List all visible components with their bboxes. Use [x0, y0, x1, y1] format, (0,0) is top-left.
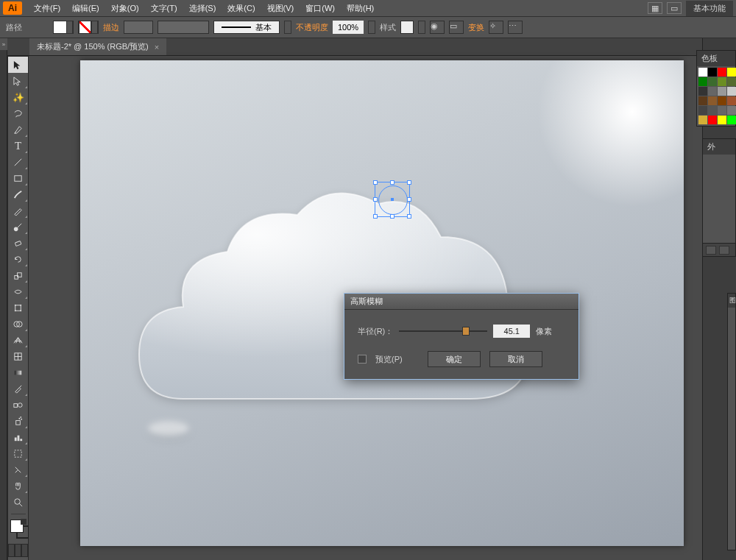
scale-tool[interactable] [8, 267, 28, 283]
swatch-color[interactable] [718, 116, 726, 124]
pencil-tool[interactable] [8, 202, 28, 219]
paintbrush-tool[interactable] [8, 186, 28, 202]
opacity-dd[interactable] [368, 21, 375, 34]
align-icon[interactable]: ▭ [449, 21, 464, 34]
stroke-weight-input[interactable] [124, 21, 153, 34]
expand-panels-icon[interactable]: » [0, 38, 7, 50]
fill-stroke-indicator[interactable] [8, 517, 28, 542]
draw-modes[interactable] [8, 542, 28, 559]
swatch-color[interactable] [727, 87, 736, 96]
menu-type[interactable]: 文字(T) [145, 1, 183, 15]
layers-panel[interactable]: 图 [727, 293, 736, 550]
blend-tool[interactable] [8, 397, 28, 413]
pen-tool[interactable] [8, 121, 28, 138]
eraser-tool[interactable] [8, 235, 28, 251]
swatches-panel-tab[interactable]: 色板 [697, 51, 735, 66]
direct-selection-tool[interactable] [8, 73, 28, 89]
lasso-tool[interactable] [8, 105, 28, 121]
resize-handle-s[interactable] [390, 214, 394, 219]
perspective-grid-tool[interactable] [8, 332, 28, 348]
opacity-input[interactable]: 100% [333, 21, 364, 34]
column-graph-tool[interactable] [8, 429, 28, 445]
menu-help[interactable]: 帮助(H) [341, 1, 380, 15]
fill-swatch[interactable] [53, 21, 74, 34]
screen-mode-icon[interactable]: ▭ [667, 2, 682, 14]
arrange-documents-icon[interactable]: ▦ [648, 2, 662, 14]
graphic-style-swatch[interactable] [400, 21, 414, 34]
swatch-color[interactable] [708, 77, 717, 86]
eyedropper-tool[interactable] [8, 380, 28, 397]
rotate-tool[interactable] [8, 251, 28, 267]
brush-definition-dd[interactable] [284, 21, 291, 34]
swatch-color[interactable] [718, 77, 726, 86]
transform-label[interactable]: 变换 [468, 22, 484, 33]
resize-handle-e[interactable] [407, 197, 411, 202]
style-dd[interactable] [418, 21, 425, 34]
type-tool[interactable]: T [8, 138, 28, 154]
artboard-tool[interactable] [8, 445, 28, 461]
width-tool[interactable] [8, 283, 28, 300]
document-tab[interactable]: 未标题-2* @ 150% (RGB/预览) × [29, 38, 166, 55]
swatch-color[interactable] [727, 106, 736, 115]
swatch-color[interactable] [708, 116, 717, 124]
menu-object[interactable]: 对象(O) [105, 1, 145, 15]
dialog-titlebar[interactable]: 高斯模糊 [344, 294, 578, 310]
swatch-color[interactable] [718, 96, 726, 105]
cancel-button[interactable]: 取消 [489, 351, 542, 367]
swatch-color[interactable] [708, 106, 717, 115]
layers-panel-tab[interactable]: 图 [728, 294, 735, 308]
swatch-color[interactable] [708, 68, 717, 77]
swatch-color[interactable] [727, 77, 736, 86]
free-transform-tool[interactable] [8, 300, 28, 316]
resize-handle-w[interactable] [373, 197, 378, 202]
appearance-panel[interactable]: 外 [702, 138, 736, 257]
swatch-color[interactable] [698, 116, 707, 124]
swatch-color[interactable] [698, 68, 707, 77]
gradient-tool[interactable] [8, 364, 28, 380]
trash-icon[interactable] [719, 246, 729, 255]
selection-bounding-box[interactable] [375, 182, 410, 217]
variable-width-profile[interactable] [158, 21, 209, 34]
swatch-color[interactable] [708, 96, 717, 105]
mesh-tool[interactable] [8, 348, 28, 364]
new-fill-icon[interactable] [706, 246, 716, 255]
isolate-icon[interactable]: ✧ [489, 21, 503, 34]
resize-handle-nw[interactable] [373, 180, 378, 185]
stroke-swatch[interactable] [78, 21, 99, 34]
swatch-color[interactable] [727, 96, 736, 105]
brush-definition[interactable]: 基本 [213, 21, 280, 34]
symbol-sprayer-tool[interactable] [8, 413, 28, 429]
resize-handle-n[interactable] [390, 180, 394, 185]
preview-checkbox[interactable] [358, 355, 367, 364]
swatch-color[interactable] [698, 106, 707, 115]
swatch-color[interactable] [718, 87, 726, 96]
swatch-color[interactable] [718, 68, 726, 77]
slider-thumb[interactable] [462, 327, 470, 336]
swatch-color[interactable] [718, 106, 726, 115]
swatch-color[interactable] [698, 96, 707, 105]
more-options-icon[interactable]: ⋯ [508, 21, 523, 34]
shape-builder-tool[interactable] [8, 316, 28, 332]
swatch-color[interactable] [727, 116, 736, 124]
ok-button[interactable]: 确定 [428, 351, 481, 367]
selection-tool[interactable] [8, 57, 28, 73]
swatch-color[interactable] [698, 77, 707, 86]
radius-slider[interactable] [399, 327, 487, 336]
magic-wand-tool[interactable]: ✨ [8, 89, 28, 105]
opacity-label[interactable]: 不透明度 [296, 22, 328, 33]
workspace-switcher[interactable]: 基本功能 [686, 1, 733, 16]
resize-handle-se[interactable] [407, 214, 411, 219]
swatches-panel[interactable]: 色板 [696, 50, 736, 127]
menu-edit[interactable]: 编辑(E) [66, 1, 105, 15]
menu-select[interactable]: 选择(S) [183, 1, 222, 15]
close-tab-icon[interactable]: × [155, 43, 159, 52]
line-segment-tool[interactable] [8, 154, 28, 170]
stroke-label[interactable]: 描边 [103, 22, 119, 33]
recolor-icon[interactable]: ◉ [430, 21, 445, 34]
rectangle-tool[interactable] [8, 170, 28, 186]
appearance-panel-tab[interactable]: 外 [703, 139, 735, 155]
radius-input[interactable]: 45.1 [493, 325, 530, 338]
menu-file[interactable]: 文件(F) [28, 1, 66, 15]
menu-effect[interactable]: 效果(C) [222, 1, 261, 15]
swatch-color[interactable] [727, 68, 736, 77]
